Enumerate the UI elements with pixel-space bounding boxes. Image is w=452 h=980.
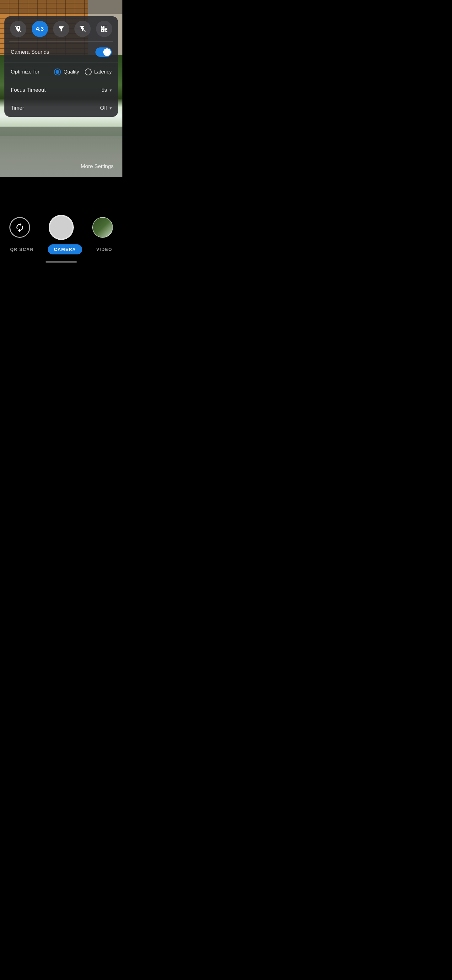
- shutter-button[interactable]: [49, 215, 74, 240]
- timer-arrow: ▾: [109, 105, 112, 111]
- camera-sounds-label: Camera Sounds: [11, 49, 49, 55]
- camera-sounds-row: Camera Sounds: [5, 42, 118, 63]
- aspect-ratio-button[interactable]: 4:3: [32, 21, 48, 37]
- more-settings-button[interactable]: More Settings: [81, 163, 114, 170]
- aspect-ratio-label: 4:3: [36, 26, 44, 32]
- quality-radio[interactable]: [54, 68, 61, 75]
- timer-value: Off: [100, 105, 107, 111]
- last-photo-thumbnail[interactable]: [92, 217, 113, 238]
- flip-camera-button[interactable]: [10, 217, 30, 238]
- quality-label: Quality: [63, 69, 79, 75]
- flash-off-icon: [79, 25, 86, 33]
- latency-radio[interactable]: [85, 68, 92, 75]
- camera-sounds-toggle[interactable]: [95, 48, 112, 57]
- optimize-for-label: Optimize for: [11, 69, 40, 75]
- latency-label: Latency: [94, 69, 112, 75]
- focus-timeout-label: Focus Timeout: [11, 87, 46, 93]
- focus-timeout-arrow: ▾: [109, 88, 112, 93]
- filter-icon: [57, 25, 65, 33]
- timer-label: Timer: [11, 105, 24, 111]
- tab-camera[interactable]: CAMERA: [48, 244, 82, 255]
- svg-line-2: [101, 26, 107, 32]
- mode-tabs: QR SCAN CAMERA VIDEO: [0, 244, 122, 255]
- location-off-button[interactable]: [10, 21, 26, 37]
- optimize-for-row: Optimize for Quality Latency: [5, 63, 118, 81]
- grid-button[interactable]: [96, 21, 113, 37]
- tab-qr-scan[interactable]: QR SCAN: [4, 244, 40, 255]
- home-indicator: [46, 261, 77, 262]
- grid-icon: [100, 25, 108, 33]
- flip-camera-icon: [15, 223, 25, 232]
- location-off-icon: [14, 25, 22, 33]
- status-bar: [0, 0, 122, 14]
- quality-option[interactable]: Quality: [54, 68, 79, 75]
- timer-dropdown[interactable]: Off ▾: [100, 105, 112, 111]
- settings-panel: 4:3 Camera Sounds Optimize for: [5, 16, 118, 117]
- timer-row: Timer Off ▾: [5, 99, 118, 117]
- camera-options-row: 4:3: [5, 16, 118, 41]
- latency-option[interactable]: Latency: [85, 68, 112, 75]
- filter-button[interactable]: [53, 21, 69, 37]
- focus-timeout-value: 5s: [102, 87, 107, 93]
- flash-off-button[interactable]: [75, 21, 91, 37]
- tab-video[interactable]: VIDEO: [90, 244, 119, 255]
- focus-timeout-dropdown[interactable]: 5s ▾: [102, 87, 112, 93]
- camera-controls: [0, 215, 122, 240]
- optimize-radio-group: Quality Latency: [54, 68, 112, 75]
- focus-timeout-row: Focus Timeout 5s ▾: [5, 81, 118, 99]
